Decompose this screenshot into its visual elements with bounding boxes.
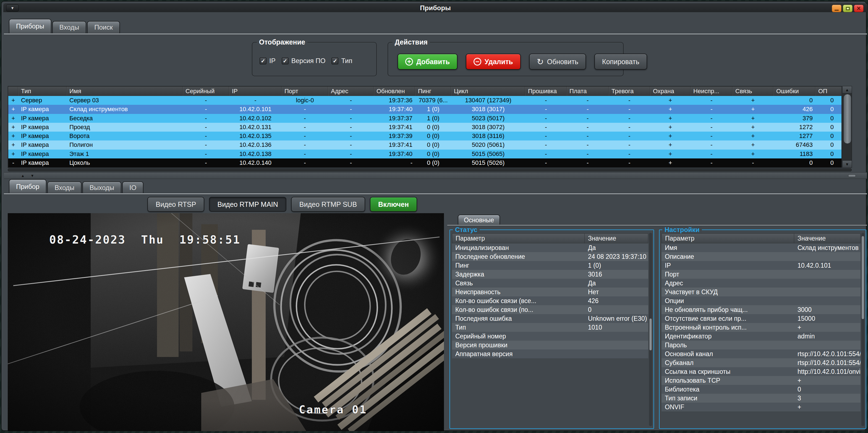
table-row[interactable]: + IP камера Проезд - 10.42.0.131 - - 19:…: [8, 123, 841, 132]
close-button[interactable]: ✕: [854, 5, 864, 12]
scrollbar-thumb[interactable]: [862, 236, 864, 319]
settings-row[interactable]: Основной канал rtsp://10.42.0.101:554/St…: [661, 349, 861, 358]
status-row[interactable]: Кол-во ошибок связи (по... 0: [452, 305, 648, 314]
camera-view[interactable]: 08-24-2023 Thu 19:58:51 Camera 01: [8, 213, 444, 431]
settings-row[interactable]: Ссылка на скриншоты http://10.42.0.101/o…: [661, 367, 861, 376]
column-header[interactable]: Порт: [282, 87, 328, 96]
splitter-arrows-icon[interactable]: ▲ ▼: [21, 174, 36, 178]
table-hscrollbar[interactable]: [8, 168, 852, 172]
settings-row[interactable]: Участвует в СКУД: [661, 287, 861, 297]
column-header[interactable]: IP: [229, 87, 282, 96]
settings-row[interactable]: Идентификатор admin: [661, 332, 861, 341]
status-row[interactable]: Задержка 3016: [452, 270, 648, 279]
lower-tab[interactable]: Выходы: [82, 181, 121, 193]
checkbox-item[interactable]: ✓ Тип: [332, 57, 352, 65]
lower-tab[interactable]: Прибор: [9, 179, 46, 193]
settings-row[interactable]: Использовать TCP +: [661, 376, 861, 385]
settings-row[interactable]: Субканал rtsp://10.42.0.101:554/St...: [661, 358, 861, 367]
top-tab[interactable]: Поиск: [87, 21, 120, 33]
settings-row[interactable]: Встроенный контроль исп... +: [661, 323, 861, 332]
column-header[interactable]: Ошибки: [773, 87, 815, 96]
column-header[interactable]: Тип: [18, 87, 67, 96]
settings-row[interactable]: ONVIF +: [661, 403, 861, 411]
lower-tab[interactable]: Входы: [47, 181, 82, 193]
column-header[interactable]: Тревога: [609, 87, 650, 96]
table-row[interactable]: + Сервер Сервер 03 - - logic-0 - 19:37:3…: [8, 96, 841, 105]
top-tab[interactable]: Приборы: [9, 19, 52, 33]
status-row[interactable]: Неисправность Нет: [452, 287, 648, 297]
settings-row[interactable]: Опции: [661, 297, 861, 305]
column-header[interactable]: Цикл: [451, 87, 525, 96]
settings-row[interactable]: Адрес: [661, 279, 861, 287]
column-header[interactable]: Плата: [567, 87, 609, 96]
column-header[interactable]: Адрес: [328, 87, 374, 96]
action-button[interactable]: Копировать: [594, 54, 647, 70]
scroll-up-icon[interactable]: ▲: [843, 86, 852, 93]
table-row[interactable]: + IP камера Беседка - 10.42.0.102 - - 19…: [8, 114, 841, 123]
param-column-header[interactable]: Параметр: [661, 234, 794, 243]
param-column-header[interactable]: Параметр: [452, 234, 585, 243]
column-header[interactable]: ОП: [815, 87, 842, 96]
status-scrollbar[interactable]: [649, 233, 652, 426]
checkbox-item[interactable]: ✓ Версия ПО: [282, 57, 326, 65]
status-row[interactable]: Серийный номер: [452, 332, 648, 341]
row-expander[interactable]: +: [8, 132, 18, 140]
table-row[interactable]: + IP камера Полигон - 10.42.0.136 - - 19…: [8, 141, 841, 149]
status-row[interactable]: Последнее обновление 24 08 2023 19:37:10: [452, 252, 648, 261]
value-column-header[interactable]: Значение: [794, 234, 861, 243]
column-header[interactable]: Неиспр...: [690, 87, 733, 96]
video-button[interactable]: Видео RTMP MAIN: [209, 197, 286, 212]
status-row[interactable]: Последняя ошибка Unknown error (E30): [452, 314, 648, 323]
settings-row[interactable]: Библиотека 0: [661, 385, 861, 394]
settings-row[interactable]: Имя Склад инструментов: [661, 243, 861, 252]
video-button[interactable]: Включен: [370, 197, 417, 212]
status-row[interactable]: Аппаратная версия: [452, 349, 648, 358]
row-expander[interactable]: -: [8, 159, 18, 166]
value-column-header[interactable]: Значение: [585, 234, 648, 243]
detail-tab[interactable]: Основные: [458, 215, 500, 225]
row-expander[interactable]: +: [8, 141, 18, 149]
splitter-handle[interactable]: ▲ ▼: [4, 172, 867, 179]
minimize-button[interactable]: [832, 5, 841, 12]
scrollbar-thumb[interactable]: [649, 318, 652, 350]
settings-row[interactable]: IP 10.42.0.101: [661, 261, 861, 270]
video-button[interactable]: Видео RTSP: [147, 197, 204, 212]
video-button[interactable]: Видео RTMP SUB: [291, 197, 365, 212]
settings-row[interactable]: Описание: [661, 252, 861, 261]
column-header[interactable]: [8, 87, 18, 96]
status-row[interactable]: Связь Да: [452, 279, 648, 287]
scroll-down-icon[interactable]: ▼: [843, 160, 852, 167]
row-expander[interactable]: +: [8, 97, 18, 104]
settings-row[interactable]: Пароль: [661, 341, 861, 349]
checkbox-item[interactable]: ✓ IP: [259, 57, 276, 65]
column-header[interactable]: Связь: [733, 87, 773, 96]
settings-scrollbar[interactable]: [861, 233, 864, 426]
row-expander[interactable]: +: [8, 124, 18, 131]
table-row[interactable]: + IP камера Этаж 1 - 10.42.0.138 - - 19:…: [8, 150, 841, 158]
checkbox-checked-icon[interactable]: ✓: [259, 58, 267, 64]
action-button[interactable]: − Удалить: [466, 54, 521, 70]
row-expander[interactable]: +: [8, 150, 18, 158]
table-row[interactable]: + IP камера Склад инструментов - 10.42.0…: [8, 105, 841, 114]
status-row[interactable]: Инициализирован Да: [452, 243, 648, 252]
table-row[interactable]: - IP камера Цоколь - 10.42.0.140 - - - 0…: [8, 158, 841, 167]
checkbox-checked-icon[interactable]: ✓: [282, 58, 288, 64]
status-row[interactable]: Версия прошивки: [452, 341, 648, 349]
settings-row[interactable]: Не обновлять прибор чащ... 3000: [661, 305, 861, 314]
column-header[interactable]: Серийный: [183, 87, 229, 96]
column-header[interactable]: Прошивка: [525, 87, 567, 96]
table-scrollbar[interactable]: ▲ ▼: [842, 86, 852, 168]
table-row[interactable]: + IP камера Ворота - 10.42.0.135 - - 19:…: [8, 132, 841, 141]
settings-row[interactable]: Тип записи 3: [661, 394, 861, 403]
action-button[interactable]: ↻ Обновить: [529, 54, 586, 70]
lower-tab[interactable]: IO: [122, 181, 144, 193]
settings-row[interactable]: Порт: [661, 270, 861, 279]
column-header[interactable]: Имя: [67, 87, 183, 96]
top-tab[interactable]: Входы: [52, 21, 87, 33]
action-button[interactable]: + Добавить: [398, 54, 458, 70]
status-row[interactable]: Пинг 1 (0): [452, 261, 648, 270]
scrollbar-thumb[interactable]: [843, 94, 851, 144]
row-expander[interactable]: +: [8, 105, 18, 113]
row-expander[interactable]: +: [8, 115, 18, 122]
splitter-grip[interactable]: [848, 175, 856, 177]
